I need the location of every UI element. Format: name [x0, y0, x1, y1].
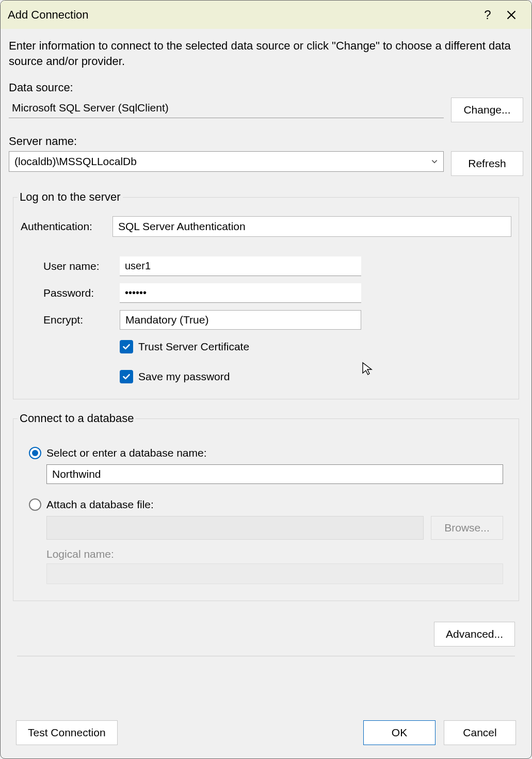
ok-button[interactable]: OK	[363, 720, 436, 745]
separator	[17, 656, 515, 656]
browse-button: Browse...	[431, 516, 503, 540]
trust-certificate-checkbox[interactable]	[120, 340, 133, 353]
encrypt-combo[interactable]: Mandatory (True)	[120, 310, 361, 330]
cancel-button[interactable]: Cancel	[444, 720, 516, 745]
test-connection-button[interactable]: Test Connection	[16, 720, 118, 745]
server-name-combo[interactable]: (localdb)\MSSQLLocalDb	[9, 151, 444, 172]
attach-file-input	[46, 516, 424, 540]
logon-legend: Log on to the server	[18, 190, 123, 204]
intro-text: Enter information to connect to the sele…	[9, 38, 523, 69]
username-input[interactable]	[120, 256, 361, 276]
logical-name-label: Logical name:	[46, 548, 503, 560]
refresh-button[interactable]: Refresh	[451, 151, 523, 176]
encrypt-label: Encrypt:	[43, 314, 116, 326]
help-icon[interactable]: ?	[476, 3, 499, 27]
database-name-combo[interactable]: Northwind	[46, 464, 503, 484]
authentication-value: SQL Server Authentication	[118, 220, 506, 233]
username-label: User name:	[43, 260, 116, 272]
change-button[interactable]: Change...	[451, 98, 523, 122]
database-group: Connect to a database Select or enter a …	[13, 412, 519, 601]
logical-name-input	[46, 563, 503, 584]
data-source-label: Data source:	[9, 81, 523, 94]
logon-group: Log on to the server Authentication: SQL…	[13, 190, 519, 399]
authentication-label: Authentication:	[21, 220, 103, 233]
chevron-down-icon	[430, 157, 439, 166]
attach-file-radio[interactable]	[29, 498, 41, 511]
save-password-label: Save my password	[138, 370, 230, 383]
password-input[interactable]	[120, 283, 361, 303]
attach-file-label: Attach a database file:	[46, 498, 154, 511]
trust-certificate-label: Trust Server Certificate	[138, 341, 249, 353]
select-db-radio[interactable]	[29, 447, 41, 459]
server-name-value: (localdb)\MSSQLLocalDb	[14, 155, 430, 168]
dialog-footer: Test Connection OK Cancel	[1, 720, 531, 745]
select-db-label: Select or enter a database name:	[46, 447, 207, 459]
server-name-label: Server name:	[9, 135, 523, 148]
close-icon[interactable]	[499, 3, 523, 27]
authentication-combo[interactable]: SQL Server Authentication	[112, 216, 511, 237]
advanced-button[interactable]: Advanced...	[434, 622, 515, 647]
encrypt-value: Mandatory (True)	[125, 314, 356, 326]
save-password-checkbox[interactable]	[120, 370, 133, 383]
dialog-title: Add Connection	[8, 8, 476, 22]
password-label: Password:	[43, 287, 116, 299]
database-legend: Connect to a database	[18, 412, 136, 425]
data-source-input[interactable]	[9, 98, 444, 118]
titlebar: Add Connection ?	[1, 1, 531, 29]
database-name-value: Northwind	[52, 468, 497, 480]
add-connection-dialog: Add Connection ? Enter information to co…	[0, 0, 532, 759]
